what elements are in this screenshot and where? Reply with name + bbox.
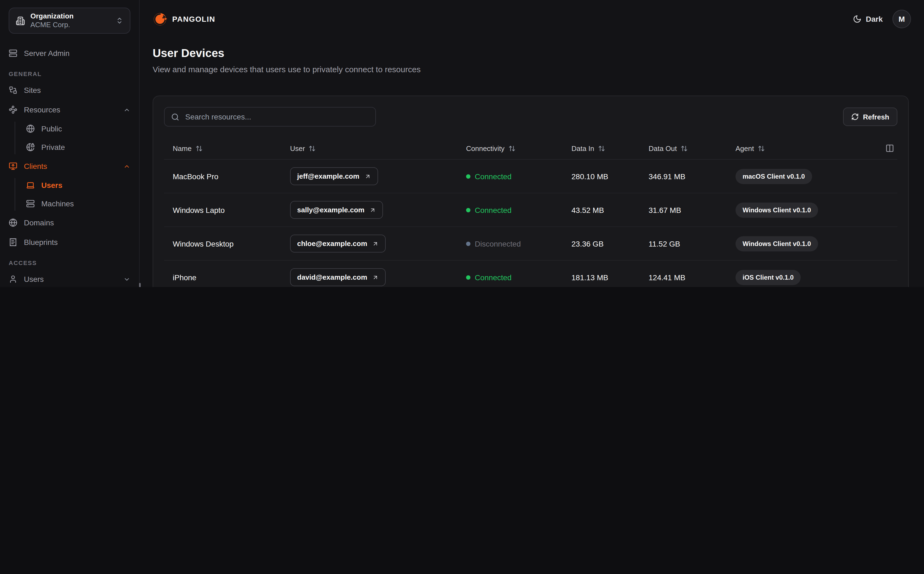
sidebar-item-label: Private: [41, 143, 130, 151]
device-name-cell: Windows Lapto: [164, 193, 281, 227]
globe-icon: [26, 125, 35, 133]
user-cell: jeff@example.com: [281, 160, 457, 193]
server-icon: [26, 199, 35, 208]
column-header-connectivity[interactable]: Connectivity: [457, 137, 563, 159]
sidebar-item-label: Domains: [24, 218, 130, 227]
sidebar-item-sites[interactable]: Sites: [9, 82, 130, 98]
agent-badge: Windows Client v0.1.0: [735, 236, 818, 251]
table-row: iPhone david@example.com Connected 181.1…: [164, 261, 897, 287]
agent-cell: iOS Client v0.1.0: [727, 261, 897, 287]
search-box: [164, 107, 376, 126]
theme-toggle[interactable]: Dark: [853, 15, 883, 24]
agent-badge: macOS Client v0.1.0: [735, 169, 812, 184]
user-link-button[interactable]: jeff@example.com: [290, 167, 378, 185]
connectivity-cell: Connected: [457, 261, 563, 287]
sidebar-item-label: Server Admin: [24, 49, 130, 58]
section-title-access: ACCESS: [9, 260, 130, 266]
device-name-cell: MacBook Pro: [164, 160, 281, 193]
sidebar-item-label: Clients: [24, 162, 117, 170]
user-email: jeff@example.com: [297, 172, 360, 180]
agent-cell: Windows Client v0.1.0: [727, 193, 897, 227]
column-header-label: Data In: [571, 144, 594, 152]
data-in-cell: 181.13 MB: [563, 261, 640, 287]
status-dot: [466, 174, 470, 178]
user-link-button[interactable]: sally@example.com: [290, 201, 383, 219]
connectivity-cell: Connected: [457, 193, 563, 227]
devices-card: Refresh Name User Connectivity Data In: [153, 96, 909, 287]
arrow-up-right-icon: [369, 207, 376, 213]
chevron-up-icon: [123, 106, 130, 113]
arrow-up-right-icon: [372, 240, 378, 247]
data-out-cell: 124.41 MB: [640, 261, 727, 287]
topbar: PANGOLIN Dark M: [153, 0, 911, 38]
status-label: Connected: [475, 172, 511, 181]
server-icon: [9, 49, 17, 58]
sidebar-item-label: Resources: [24, 106, 117, 114]
search-input[interactable]: [184, 112, 369, 121]
sidebar-item-label: Users: [41, 181, 130, 189]
sidebar-item-users[interactable]: Users: [9, 271, 130, 287]
arrow-up-right-icon: [364, 173, 371, 180]
chevron-up-icon: [123, 162, 130, 170]
sidebar-item-blueprints[interactable]: Blueprints: [9, 235, 130, 250]
device-name-cell: Windows Desktop: [164, 227, 281, 260]
data-in-cell: 280.10 MB: [563, 160, 640, 193]
org-switcher-value: ACME Corp.: [30, 20, 110, 30]
sidebar-item-label: Users: [24, 275, 117, 284]
sidebar-item-clients[interactable]: Clients: [9, 159, 130, 174]
section-title-general: GENERAL: [9, 71, 130, 77]
refresh-button[interactable]: Refresh: [843, 107, 897, 126]
sidebar-item-resources[interactable]: Resources: [9, 102, 130, 117]
column-header-data-in[interactable]: Data In: [563, 137, 640, 159]
column-header-label: Connectivity: [466, 144, 505, 152]
org-switcher[interactable]: Organization ACME Corp.: [9, 8, 130, 34]
user-cell: sally@example.com: [281, 193, 457, 227]
device-name-cell: iPhone: [164, 261, 281, 287]
sidebar-resize-handle[interactable]: [139, 283, 141, 287]
sidebar-item-public[interactable]: Public: [26, 121, 130, 136]
column-header-data-out[interactable]: Data Out: [640, 137, 727, 159]
data-out-cell: 11.52 GB: [640, 227, 727, 260]
agent-cell: Windows Client v0.1.0: [727, 227, 897, 260]
brand[interactable]: PANGOLIN: [153, 12, 215, 26]
avatar-initial: M: [899, 15, 905, 24]
column-header-name[interactable]: Name: [164, 137, 281, 159]
sidebar-item-domains[interactable]: Domains: [9, 215, 130, 230]
arrow-up-right-icon: [372, 274, 378, 281]
search-icon: [171, 113, 179, 121]
laptop-icon: [26, 181, 35, 189]
sidebar-item-machines[interactable]: Machines: [26, 197, 130, 211]
column-header-agent[interactable]: Agent: [727, 137, 897, 159]
user-link-button[interactable]: david@example.com: [290, 268, 386, 286]
chevrons-up-down-icon: [116, 17, 123, 24]
status-badge: Disconnected: [466, 239, 521, 248]
main-content: PANGOLIN Dark M User Devices View and ma…: [140, 0, 924, 287]
status-badge: Connected: [466, 273, 511, 282]
column-visibility-button[interactable]: [885, 144, 894, 153]
column-header-label: User: [290, 144, 305, 152]
status-badge: Connected: [466, 172, 511, 181]
column-header-user[interactable]: User: [281, 137, 457, 159]
column-header-label: Name: [173, 144, 191, 152]
data-in-cell: 23.36 GB: [563, 227, 640, 260]
status-dot: [466, 241, 470, 246]
avatar[interactable]: M: [892, 10, 911, 28]
sidebar-item-label: Sites: [24, 86, 130, 95]
sidebar-item-clients-users[interactable]: Users: [26, 178, 130, 192]
user-link-button[interactable]: chloe@example.com: [290, 235, 386, 252]
clients-subnav: Users Machines: [15, 178, 130, 211]
waypoints-icon: [9, 106, 17, 114]
user-email: david@example.com: [297, 273, 367, 281]
table-row: Windows Lapto sally@example.com Connecte…: [164, 193, 897, 227]
sidebar-nav: Server Admin GENERAL Sites Resources Pub…: [9, 46, 130, 287]
brand-name: PANGOLIN: [172, 15, 215, 24]
receipt-icon: [9, 238, 17, 246]
sidebar-item-label: Public: [41, 125, 130, 133]
page-title: User Devices: [153, 47, 911, 60]
column-header-label: Data Out: [649, 144, 677, 152]
status-label: Connected: [475, 205, 511, 214]
chevron-down-icon: [123, 276, 130, 283]
sidebar-item-private[interactable]: Private: [26, 140, 130, 154]
sidebar-item-server-admin[interactable]: Server Admin: [9, 46, 130, 61]
refresh-button-label: Refresh: [863, 113, 889, 121]
